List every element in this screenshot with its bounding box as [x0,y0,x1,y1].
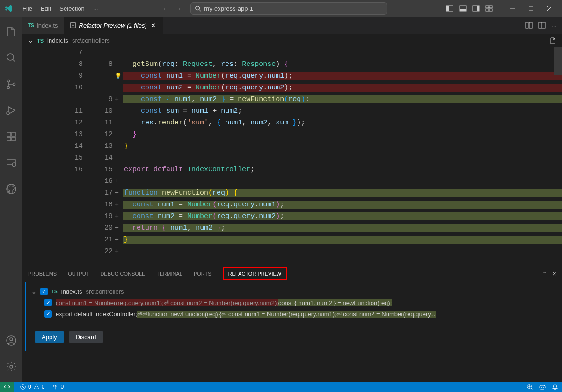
svg-point-33 [72,24,74,26]
panel-chevron-up-icon[interactable]: ⌃ [542,271,547,277]
warning-icon [33,384,40,390]
svg-rect-35 [529,22,532,28]
diff-icon[interactable] [525,22,533,29]
code-line[interactable]: 10− const num2 = Number(req.query.num2); [22,82,562,94]
nav-forward-button[interactable]: → [174,4,183,13]
status-copilot[interactable] [537,383,548,391]
status-zoom[interactable] [525,383,535,391]
panel-tab-output[interactable]: OUTPUT [68,267,89,280]
panel-tab-refactor-preview[interactable]: REFACTOR PREVIEW [223,267,287,280]
code-line[interactable]: 1312 } [22,129,562,140]
window-minimize-button[interactable] [504,2,521,15]
panel-tab-terminal[interactable]: TERMINAL [156,267,182,280]
chevron-down-icon[interactable]: ⌄ [31,288,36,295]
tab-close-button[interactable]: ✕ [150,22,157,29]
window-close-button[interactable] [541,2,558,15]
remote-icon [4,384,10,390]
split-editor-icon[interactable] [538,22,546,29]
chevron-down-icon[interactable]: ⌄ [28,37,33,44]
apply-button[interactable]: Apply [35,331,64,343]
status-ports[interactable]: 0 [50,384,66,390]
svg-rect-7 [477,6,479,11]
activity-settings[interactable] [0,356,22,378]
code-line[interactable]: 22+ [22,246,562,257]
menu-edit[interactable]: Edit [37,3,55,14]
refactor-file-header[interactable]: ⌄ ✓ TS index.ts src\controllers [31,286,553,297]
code-line[interactable]: 1413} [22,140,562,152]
code-line[interactable]: 88 getSum(req: Request, res: Response) { [22,58,562,70]
panel-close-icon[interactable]: ✕ [552,271,556,277]
vscode-logo-icon [4,4,13,13]
activity-source-control[interactable] [0,73,22,95]
activity-debug[interactable] [0,99,22,122]
activity-extensions[interactable] [0,125,22,148]
menu-bar: File Edit Selection ··· [19,3,102,14]
code-line[interactable]: 9+ const { num1, num2 } = newFunction(re… [22,94,562,105]
discard-button[interactable]: Discard [69,331,103,343]
code-line[interactable]: 1110 const sum = num1 + num2; [22,105,562,117]
layout-custom-icon[interactable] [485,5,493,12]
minimap[interactable] [554,47,562,75]
code-line[interactable]: 17+function newFunction(req) { [22,187,562,199]
remote-indicator[interactable] [0,382,14,392]
activity-accounts[interactable] [0,329,22,352]
editor-tabs: TS index.ts Refactor Preview (1 files) ✕… [22,17,562,34]
menu-overflow[interactable]: ··· [89,3,102,14]
code-line[interactable]: 1211 res.render('sum', { num1, num2, sum… [22,117,562,129]
svg-point-31 [10,365,13,368]
svg-line-1 [199,10,201,12]
activity-explorer[interactable] [0,21,22,43]
svg-rect-5 [460,9,466,11]
status-notifications[interactable] [550,383,560,391]
layout-right-icon[interactable] [472,5,480,12]
code-line[interactable]: 19+ const num2 = Number(req.query.num2); [22,211,562,222]
svg-line-45 [531,388,533,390]
code-line[interactable]: 1615export default IndexController; [22,164,562,175]
svg-rect-24 [12,137,15,141]
panel-tab-debug-console[interactable]: DEBUG CONSOLE [100,267,145,280]
bottom-panel: PROBLEMS OUTPUT DEBUG CONSOLE TERMINAL P… [22,265,562,382]
code-line[interactable]: 16+ [22,175,562,187]
checkbox[interactable]: ✓ [44,299,52,306]
svg-point-30 [10,338,13,341]
code-line[interactable]: 20+ return { num1, num2 }; [22,222,562,234]
menu-file[interactable]: File [19,3,36,14]
command-center[interactable]: my-express-app-1 [190,2,387,15]
nav-back-button[interactable]: ← [161,4,170,13]
svg-point-18 [7,80,10,82]
bell-icon [552,384,558,390]
code-editor[interactable]: 788 getSum(req: Request, res: Response) … [22,47,562,265]
refactor-file-name: index.ts [61,288,82,295]
refactor-change-item[interactable]: ✓ const num1 = Number(req.query.num1);⏎ … [31,297,553,308]
tab-index-ts[interactable]: TS index.ts [22,17,64,34]
code-line[interactable]: 1514 [22,152,562,164]
panel-tab-ports[interactable]: PORTS [194,267,212,280]
svg-rect-8 [486,6,489,8]
layout-left-icon[interactable] [446,5,453,12]
activity-search[interactable] [0,47,22,69]
more-actions-icon[interactable]: ··· [551,22,556,29]
tab-refactor-preview[interactable]: Refactor Preview (1 files) ✕ [64,17,163,34]
svg-point-16 [7,54,14,60]
panel-tab-problems[interactable]: PROBLEMS [28,267,57,280]
code-line[interactable]: 7 [22,47,562,58]
activity-github[interactable] [0,178,22,200]
breadcrumb: ⌄ TS index.ts src\controllers [22,34,562,47]
checkbox[interactable]: ✓ [44,310,52,318]
window-maximize-button[interactable] [523,2,540,15]
activity-remote-explorer[interactable] [0,152,22,174]
file-action-icon[interactable] [549,37,556,44]
menu-selection[interactable]: Selection [56,3,88,14]
status-problems[interactable]: 0 0 [18,384,46,390]
layout-bottom-icon[interactable] [459,5,467,12]
checkbox[interactable]: ✓ [40,288,48,295]
refactor-change-item[interactable]: ✓ export default IndexController;⏎⏎funct… [31,308,553,319]
code-line[interactable]: 18+ const num1 = Number(req.query.num1); [22,199,562,211]
svg-rect-3 [446,6,449,11]
code-line[interactable]: 21+} [22,234,562,246]
breadcrumb-file[interactable]: index.ts [47,37,68,44]
refactor-preview-content: ⌄ ✓ TS index.ts src\controllers ✓ const … [26,282,559,323]
svg-rect-34 [526,22,528,28]
svg-line-17 [13,59,15,62]
code-line[interactable]: 9💡 const num1 = Number(req.query.num1); [22,70,562,82]
